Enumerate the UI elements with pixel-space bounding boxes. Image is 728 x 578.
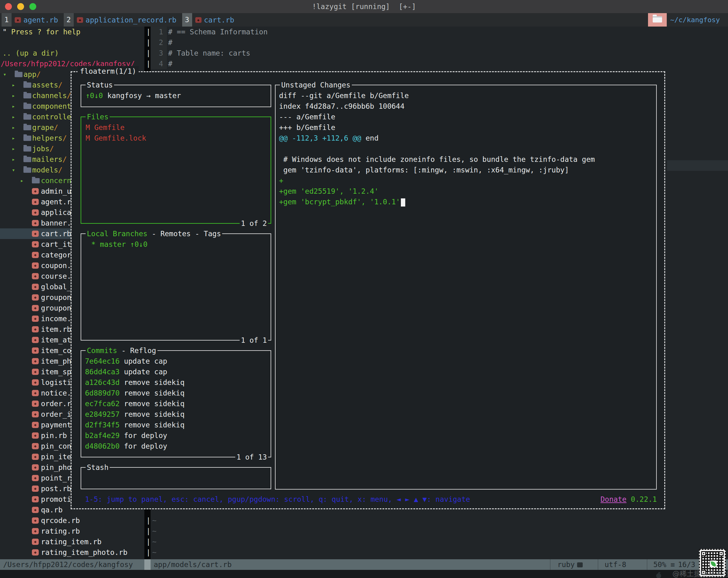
ruby-file-icon — [32, 485, 39, 492]
tree-item-label: component — [32, 101, 71, 111]
changed-file-Gemfile.lock[interactable]: M Gemfile.lock — [86, 133, 146, 143]
tree-item-label: item_ph — [41, 356, 71, 367]
chevron-right-icon: ▸ — [12, 133, 15, 143]
donate-link[interactable]: Donate — [600, 495, 626, 503]
tree-item-label: pin_con — [41, 441, 71, 451]
ruby-file-icon — [32, 337, 39, 343]
commit-row-6d889d70[interactable]: 6d889d70 remove sidekiq — [85, 388, 185, 398]
diff-line[interactable]: + — [279, 175, 654, 186]
folder-icon — [23, 114, 31, 120]
ruby-file-icon — [32, 358, 39, 364]
commit-message: update cap — [120, 357, 167, 365]
commit-row-ec7fca62[interactable]: ec7fca62 remove sidekiq — [85, 398, 185, 409]
ruby-file-icon — [32, 538, 39, 545]
leaf-logo-icon — [710, 560, 717, 568]
tree-file-qrcode.rb[interactable]: qrcode.rb — [0, 515, 144, 526]
diff-line[interactable]: @@ -112,3 +112,6 @@ end — [279, 133, 654, 143]
tab-application_record.rb[interactable]: 2application_record.rb — [64, 13, 177, 27]
diff-line[interactable]: gem 'tzinfo-data', platforms: [:mingw, :… — [279, 165, 654, 175]
commit-row-d48062b0[interactable]: d48062b0 for deploy — [85, 441, 167, 451]
ruby-file-icon — [32, 188, 39, 194]
folder-icon — [23, 157, 31, 162]
statusline-filetype: ruby — [557, 559, 575, 570]
changed-file-Gemfile[interactable]: M Gemfile — [86, 122, 125, 133]
commit-row-7e64ec16[interactable]: 7e64ec16 update cap — [85, 356, 167, 367]
terminal-screen: !lazygit [running][+-] 1agent.rb2applica… — [0, 0, 728, 578]
tree-item-label: item.rb — [41, 324, 71, 335]
ruby-file-icon — [32, 528, 39, 534]
separator-glyph: | — [146, 37, 151, 48]
tree-item-label: banner. — [41, 218, 71, 228]
commit-hash: d2ff34f5 — [85, 421, 120, 429]
commit-row-b2af4e29[interactable]: b2af4e29 for deploy — [85, 430, 167, 441]
commit-hash: b2af4e29 — [85, 431, 120, 440]
ruby-file-icon — [32, 496, 39, 502]
tab-number: 2 — [64, 13, 74, 27]
lazygit-footer-right: Donate0.22.1 — [600, 494, 657, 505]
commit-row-a126c43d[interactable]: a126c43d remove sidekiq — [85, 377, 185, 388]
tree-item-label: rating_item_photo.rb — [41, 547, 128, 558]
tree-item-label: point_r — [41, 473, 71, 483]
separator-glyph: | — [146, 515, 151, 526]
folder-icon — [23, 104, 31, 109]
tree-item-label: coupon. — [41, 260, 71, 271]
diff-line[interactable]: --- a/Gemfile — [279, 111, 654, 122]
tree-item-label: pin_ite — [41, 451, 71, 462]
tab-agent.rb[interactable]: 1agent.rb — [2, 13, 58, 27]
chevron-right-icon: ▸ — [12, 90, 15, 101]
diff-line[interactable]: index f4d28a7..c96bb6b 100644 — [279, 101, 654, 111]
ruby-file-icon — [15, 17, 21, 23]
window-titlebar: !lazygit [running][+-] — [0, 0, 728, 14]
folder-icon — [648, 13, 667, 27]
commit-row-e2849257[interactable]: e2849257 remove sidekiq — [85, 409, 185, 420]
ruby-file-icon — [32, 517, 39, 524]
ruby-file-icon — [32, 252, 39, 258]
buffer-line: # Table name: carts — [168, 48, 250, 58]
files-panel-count: 1 of 2 — [240, 218, 268, 229]
ruby-file-icon — [32, 443, 39, 449]
tree-item-label: item_sp — [41, 367, 71, 377]
lazygit-stash-panel[interactable]: Stash — [81, 467, 271, 489]
diff-text: gem 'tzinfo-data', platforms: [:mingw, :… — [279, 166, 569, 174]
branches-panel-count: 1 of 1 — [240, 335, 268, 345]
ruby-file-icon — [32, 400, 39, 407]
stash-panel-title: Stash — [86, 462, 110, 473]
tab-cart.rb[interactable]: 3cart.rb — [182, 13, 234, 27]
separator-glyph: | — [146, 58, 151, 69]
folder-icon — [23, 93, 31, 99]
diff-line[interactable]: # Windows does not include zoneinfo file… — [279, 154, 654, 165]
tree-item-label: income. — [41, 313, 71, 324]
diff-text: --- a/Gemfile — [279, 113, 335, 121]
nerdtree-up-dir[interactable]: .. (up a dir) — [2, 48, 59, 58]
commit-message: update cap — [120, 368, 167, 376]
chevron-down-icon: ▾ — [3, 69, 6, 80]
floaterm-title: floaterm(1/1) — [77, 66, 139, 77]
diff-line[interactable]: +++ b/Gemfile — [279, 122, 654, 133]
tree-item-label: rating.rb — [41, 526, 80, 536]
files-panel-title: Files — [86, 111, 110, 122]
tree-file-rating_item.rb[interactable]: rating_item.rb — [0, 536, 144, 547]
lines-icon: ≡ — [671, 559, 675, 570]
commit-row-86dd4ca3[interactable]: 86dd4ca3 update cap — [85, 367, 167, 377]
ruby-file-icon — [32, 475, 39, 481]
diff-line[interactable] — [279, 143, 654, 154]
ruby-file-icon — [32, 454, 39, 460]
tree-item-label: global_ — [41, 282, 71, 292]
folder-icon — [23, 167, 31, 173]
commit-hash: ec7fca62 — [85, 400, 120, 408]
ruby-file-icon — [32, 369, 39, 375]
tree-file-rating_item_photo.rb[interactable]: rating_item_photo.rb — [0, 547, 144, 558]
statusline-path: /Users/hfpp2012/codes/kangfosy — [3, 559, 133, 570]
ruby-file-icon — [32, 390, 39, 396]
diff-line[interactable]: +gem 'ed25519', '1.2.4' — [279, 186, 654, 196]
line-number: 4 — [151, 58, 163, 69]
diff-line[interactable]: diff --git a/Gemfile b/Gemfile — [279, 90, 654, 101]
commit-row-d2ff34f5[interactable]: d2ff34f5 remove sidekiq — [85, 420, 185, 430]
chevron-down-icon: ▾ — [12, 165, 15, 175]
chevron-right-icon: ▸ — [12, 154, 15, 165]
chevron-right-icon: ▸ — [12, 101, 15, 111]
branch-row[interactable]: * master ↑0↓0 — [91, 239, 148, 249]
hunk-header: @@ -112,3 +112,6 @@ — [279, 134, 361, 142]
diff-line[interactable]: +gem 'bcrypt_pbkdf', '1.0.1' — [279, 196, 654, 207]
tree-file-rating.rb[interactable]: rating.rb — [0, 526, 144, 536]
